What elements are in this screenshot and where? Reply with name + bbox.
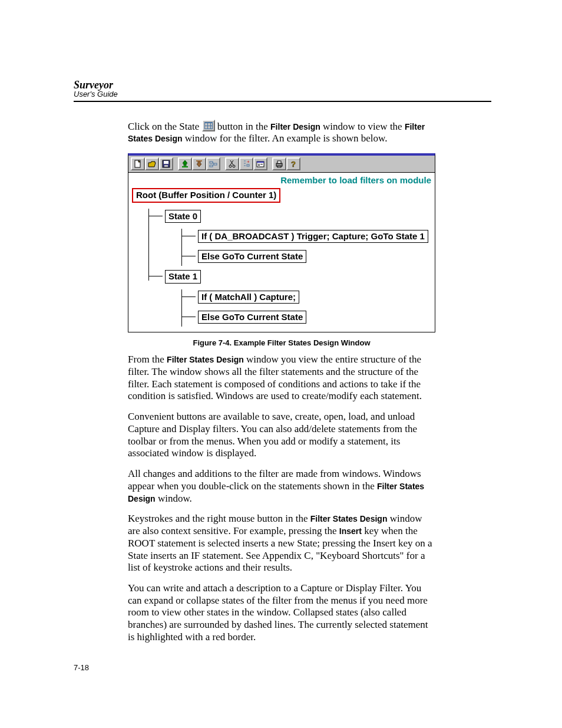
svg-rect-4 — [182, 166, 188, 167]
add-state-button[interactable]: + — [239, 157, 253, 170]
running-header: Surveyor User's Guide — [74, 80, 491, 102]
tree-row: If ( DA_BROADCAST ) Trigger; Capture; Go… — [181, 230, 431, 243]
state0-else-node[interactable]: Else GoTo Current State — [198, 250, 306, 263]
text: window. — [156, 493, 192, 504]
state1-if-node[interactable]: If ( MatchAll ) Capture; — [198, 291, 299, 304]
unload-button[interactable] — [192, 157, 206, 170]
svg-rect-20 — [277, 166, 281, 167]
figure-caption: Figure 7-4. Example Filter States Design… — [128, 338, 435, 348]
svg-point-9 — [229, 165, 232, 167]
doc-subtitle: User's Guide — [74, 90, 491, 98]
state-icon — [202, 120, 215, 131]
new-button[interactable] — [131, 157, 145, 170]
svg-rect-7 — [210, 165, 213, 167]
svg-rect-3 — [164, 165, 168, 167]
toolbar-group-edit: + — [225, 157, 267, 170]
body-paragraph: From the Filter States Design window you… — [128, 354, 435, 403]
page-number: 7-18 — [74, 663, 89, 672]
doc-title: Surveyor — [74, 80, 491, 91]
toolbar-group-file — [131, 157, 173, 170]
svg-rect-16 — [260, 164, 263, 164]
text: From the — [128, 354, 167, 365]
tree-row: Else GoTo Current State — [181, 250, 431, 263]
body-paragraph: You can write and attach a description t… — [128, 582, 435, 644]
toolbar: + ? — [128, 156, 435, 173]
svg-rect-18 — [276, 163, 282, 166]
svg-rect-15 — [258, 164, 260, 164]
svg-rect-5 — [196, 160, 202, 162]
toolbar-group-load — [178, 157, 220, 170]
text: Click on the State — [128, 121, 202, 132]
save-button[interactable] — [159, 157, 173, 170]
svg-rect-12 — [247, 164, 249, 166]
page: Surveyor User's Guide Click on the State… — [0, 0, 562, 728]
root-node[interactable]: Root (Buffer Position / Counter 1) — [132, 188, 280, 202]
properties-button[interactable] — [253, 157, 267, 170]
content-column: Click on the State button in the Filter … — [128, 120, 435, 644]
open-button[interactable] — [145, 157, 159, 170]
svg-rect-8 — [214, 163, 217, 165]
tree-row: If ( MatchAll ) Capture; — [181, 291, 431, 304]
svg-rect-17 — [258, 165, 260, 166]
body-paragraph: Keystrokes and the right mouse button in… — [128, 513, 435, 574]
svg-point-10 — [233, 165, 235, 167]
svg-rect-6 — [210, 162, 213, 163]
term-filter-design: Filter Design — [270, 122, 320, 131]
state1-else-node[interactable]: Else GoTo Current State — [198, 311, 306, 324]
svg-rect-2 — [164, 161, 168, 164]
text: window to view the — [320, 121, 405, 132]
svg-rect-19 — [277, 161, 281, 163]
term-filter-states-design: Filter States Design — [310, 514, 388, 523]
toolbar-group-misc: ? — [272, 157, 300, 170]
state1-node[interactable]: State 1 — [165, 270, 201, 283]
tree-row: Else GoTo Current State — [181, 311, 431, 324]
text: window for the filter. An example is sho… — [183, 133, 388, 144]
svg-text:+: + — [247, 160, 250, 164]
load-button[interactable] — [178, 157, 192, 170]
term-insert: Insert — [339, 526, 362, 536]
tree-row: State 0 If ( DA_BROADCAST ) Trigger; Cap… — [148, 210, 431, 263]
print-button[interactable] — [272, 157, 286, 170]
cut-button[interactable] — [225, 157, 239, 170]
tree-row: State 1 If ( MatchAll ) Capture; Else Go… — [148, 270, 431, 324]
state-tree: Root (Buffer Position / Counter 1) State… — [128, 187, 435, 332]
intro-paragraph: Click on the State button in the Filter … — [128, 120, 435, 145]
header-rule — [74, 101, 491, 102]
state-button[interactable] — [206, 157, 220, 170]
reminder-text: Remember to load filters on module — [128, 173, 435, 187]
text: Keystrokes and the right mouse button in… — [128, 513, 310, 524]
term-filter-states-design: Filter States Design — [167, 355, 244, 364]
state0-if-node[interactable]: If ( DA_BROADCAST ) Trigger; Capture; Go… — [198, 230, 428, 243]
body-paragraph: Convenient buttons are available to save… — [128, 411, 435, 460]
svg-rect-14 — [257, 162, 264, 163]
filter-states-window: + ? Remember to load filters on module R… — [128, 153, 435, 332]
text: button in the — [215, 121, 270, 132]
state0-node[interactable]: State 0 — [165, 210, 201, 223]
svg-text:?: ? — [291, 160, 296, 168]
help-button[interactable]: ? — [286, 157, 300, 170]
body-paragraph: All changes and additions to the filter … — [128, 468, 435, 505]
